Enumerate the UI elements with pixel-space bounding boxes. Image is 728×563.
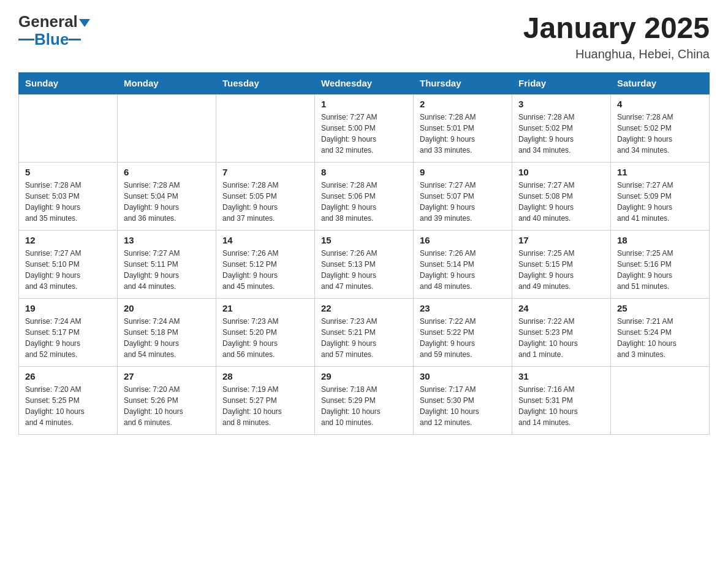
- calendar-cell: 29Sunrise: 7:18 AM Sunset: 5:29 PM Dayli…: [315, 366, 414, 434]
- calendar-cell: 25Sunrise: 7:21 AM Sunset: 5:24 PM Dayli…: [611, 298, 710, 366]
- page-header: General Blue January 2025 Huanghua, Hebe…: [18, 12, 710, 61]
- day-number: 9: [420, 167, 506, 177]
- calendar-cell: [216, 94, 315, 163]
- day-number: 31: [518, 371, 604, 381]
- day-info: Sunrise: 7:27 AM Sunset: 5:10 PM Dayligh…: [25, 248, 111, 292]
- day-number: 21: [222, 303, 308, 313]
- calendar-table: SundayMondayTuesdayWednesdayThursdayFrid…: [18, 72, 710, 435]
- day-info: Sunrise: 7:27 AM Sunset: 5:07 PM Dayligh…: [420, 180, 506, 224]
- day-number: 27: [124, 371, 210, 381]
- day-info: Sunrise: 7:19 AM Sunset: 5:27 PM Dayligh…: [222, 384, 308, 428]
- calendar-cell: 15Sunrise: 7:26 AM Sunset: 5:13 PM Dayli…: [315, 230, 414, 298]
- day-info: Sunrise: 7:28 AM Sunset: 5:02 PM Dayligh…: [518, 112, 604, 156]
- logo-general: General: [18, 12, 78, 31]
- day-info: Sunrise: 7:22 AM Sunset: 5:22 PM Dayligh…: [420, 316, 506, 360]
- day-number: 6: [124, 167, 210, 177]
- calendar-header-saturday: Saturday: [611, 72, 710, 94]
- calendar-cell: 11Sunrise: 7:27 AM Sunset: 5:09 PM Dayli…: [611, 162, 710, 230]
- day-info: Sunrise: 7:28 AM Sunset: 5:04 PM Dayligh…: [124, 180, 210, 224]
- day-info: Sunrise: 7:20 AM Sunset: 5:25 PM Dayligh…: [25, 384, 111, 428]
- day-number: 14: [222, 235, 308, 245]
- day-info: Sunrise: 7:25 AM Sunset: 5:15 PM Dayligh…: [518, 248, 604, 292]
- calendar-header-monday: Monday: [118, 72, 216, 94]
- day-number: 22: [321, 303, 407, 313]
- day-number: 24: [518, 303, 604, 313]
- day-info: Sunrise: 7:26 AM Sunset: 5:13 PM Dayligh…: [321, 248, 407, 292]
- calendar-cell: [118, 94, 216, 163]
- calendar-cell: 16Sunrise: 7:26 AM Sunset: 5:14 PM Dayli…: [414, 230, 512, 298]
- day-info: Sunrise: 7:27 AM Sunset: 5:09 PM Dayligh…: [617, 180, 703, 224]
- calendar-cell: 17Sunrise: 7:25 AM Sunset: 5:15 PM Dayli…: [512, 230, 611, 298]
- day-number: 12: [25, 235, 111, 245]
- day-number: 2: [420, 99, 506, 109]
- day-info: Sunrise: 7:21 AM Sunset: 5:24 PM Dayligh…: [617, 316, 703, 360]
- day-info: Sunrise: 7:25 AM Sunset: 5:16 PM Dayligh…: [617, 248, 703, 292]
- day-number: 8: [321, 167, 407, 177]
- day-info: Sunrise: 7:26 AM Sunset: 5:14 PM Dayligh…: [420, 248, 506, 292]
- day-number: 26: [25, 371, 111, 381]
- day-info: Sunrise: 7:20 AM Sunset: 5:26 PM Dayligh…: [124, 384, 210, 428]
- day-info: Sunrise: 7:28 AM Sunset: 5:05 PM Dayligh…: [222, 180, 308, 224]
- title-block: January 2025 Huanghua, Hebei, China: [523, 12, 710, 61]
- calendar-cell: 24Sunrise: 7:22 AM Sunset: 5:23 PM Dayli…: [512, 298, 611, 366]
- day-info: Sunrise: 7:28 AM Sunset: 5:01 PM Dayligh…: [420, 112, 506, 156]
- calendar-week-2: 5Sunrise: 7:28 AM Sunset: 5:03 PM Daylig…: [19, 162, 710, 230]
- day-info: Sunrise: 7:27 AM Sunset: 5:11 PM Dayligh…: [124, 248, 210, 292]
- day-number: 10: [518, 167, 604, 177]
- calendar-cell: 14Sunrise: 7:26 AM Sunset: 5:12 PM Dayli…: [216, 230, 315, 298]
- calendar-header-tuesday: Tuesday: [216, 72, 315, 94]
- logo: General Blue: [18, 12, 90, 47]
- day-info: Sunrise: 7:23 AM Sunset: 5:21 PM Dayligh…: [321, 316, 407, 360]
- calendar-cell: 19Sunrise: 7:24 AM Sunset: 5:17 PM Dayli…: [19, 298, 118, 366]
- day-number: 16: [420, 235, 506, 245]
- calendar-header-wednesday: Wednesday: [315, 72, 414, 94]
- day-number: 15: [321, 235, 407, 245]
- day-info: Sunrise: 7:27 AM Sunset: 5:08 PM Dayligh…: [518, 180, 604, 224]
- calendar-cell: 26Sunrise: 7:20 AM Sunset: 5:25 PM Dayli…: [19, 366, 118, 434]
- day-info: Sunrise: 7:16 AM Sunset: 5:31 PM Dayligh…: [518, 384, 604, 428]
- day-info: Sunrise: 7:28 AM Sunset: 5:03 PM Dayligh…: [25, 180, 111, 224]
- calendar-cell: 6Sunrise: 7:28 AM Sunset: 5:04 PM Daylig…: [118, 162, 216, 230]
- calendar-cell: 4Sunrise: 7:28 AM Sunset: 5:02 PM Daylig…: [611, 94, 710, 163]
- calendar-cell: 7Sunrise: 7:28 AM Sunset: 5:05 PM Daylig…: [216, 162, 315, 230]
- day-number: 4: [617, 99, 703, 109]
- logo-blue: Blue: [34, 31, 69, 47]
- calendar-cell: 5Sunrise: 7:28 AM Sunset: 5:03 PM Daylig…: [19, 162, 118, 230]
- calendar-header-thursday: Thursday: [414, 72, 512, 94]
- day-number: 20: [124, 303, 210, 313]
- day-info: Sunrise: 7:24 AM Sunset: 5:18 PM Dayligh…: [124, 316, 210, 360]
- calendar-cell: 27Sunrise: 7:20 AM Sunset: 5:26 PM Dayli…: [118, 366, 216, 434]
- day-info: Sunrise: 7:28 AM Sunset: 5:06 PM Dayligh…: [321, 180, 407, 224]
- day-info: Sunrise: 7:17 AM Sunset: 5:30 PM Dayligh…: [420, 384, 506, 428]
- day-number: 3: [518, 99, 604, 109]
- day-number: 17: [518, 235, 604, 245]
- day-number: 30: [420, 371, 506, 381]
- calendar-week-5: 26Sunrise: 7:20 AM Sunset: 5:25 PM Dayli…: [19, 366, 710, 434]
- calendar-header-row: SundayMondayTuesdayWednesdayThursdayFrid…: [19, 72, 710, 94]
- day-number: 19: [25, 303, 111, 313]
- calendar-cell: 13Sunrise: 7:27 AM Sunset: 5:11 PM Dayli…: [118, 230, 216, 298]
- day-number: 28: [222, 371, 308, 381]
- day-info: Sunrise: 7:27 AM Sunset: 5:00 PM Dayligh…: [321, 112, 407, 156]
- calendar-cell: 10Sunrise: 7:27 AM Sunset: 5:08 PM Dayli…: [512, 162, 611, 230]
- day-info: Sunrise: 7:26 AM Sunset: 5:12 PM Dayligh…: [222, 248, 308, 292]
- calendar-cell: 8Sunrise: 7:28 AM Sunset: 5:06 PM Daylig…: [315, 162, 414, 230]
- calendar-cell: 3Sunrise: 7:28 AM Sunset: 5:02 PM Daylig…: [512, 94, 611, 163]
- day-number: 13: [124, 235, 210, 245]
- day-number: 18: [617, 235, 703, 245]
- location-title: Huanghua, Hebei, China: [523, 47, 710, 61]
- day-number: 25: [617, 303, 703, 313]
- day-info: Sunrise: 7:18 AM Sunset: 5:29 PM Dayligh…: [321, 384, 407, 428]
- logo-triangle-icon: [79, 19, 90, 27]
- day-number: 5: [25, 167, 111, 177]
- calendar-header-friday: Friday: [512, 72, 611, 94]
- calendar-cell: 18Sunrise: 7:25 AM Sunset: 5:16 PM Dayli…: [611, 230, 710, 298]
- day-number: 29: [321, 371, 407, 381]
- calendar-cell: 30Sunrise: 7:17 AM Sunset: 5:30 PM Dayli…: [414, 366, 512, 434]
- day-number: 7: [222, 167, 308, 177]
- day-info: Sunrise: 7:24 AM Sunset: 5:17 PM Dayligh…: [25, 316, 111, 360]
- calendar-cell: 9Sunrise: 7:27 AM Sunset: 5:07 PM Daylig…: [414, 162, 512, 230]
- calendar-cell: 28Sunrise: 7:19 AM Sunset: 5:27 PM Dayli…: [216, 366, 315, 434]
- day-number: 11: [617, 167, 703, 177]
- calendar-cell: 2Sunrise: 7:28 AM Sunset: 5:01 PM Daylig…: [414, 94, 512, 163]
